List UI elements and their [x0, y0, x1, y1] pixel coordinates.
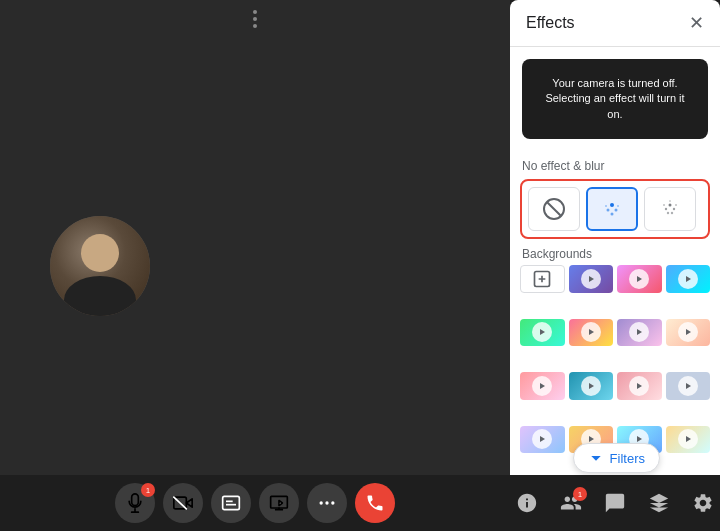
camera-off-message: Your camera is turned off. Selecting an … [522, 76, 708, 122]
people-badge: 1 [573, 487, 587, 501]
bg-thumb-1[interactable] [569, 265, 614, 293]
main-video-area [0, 0, 510, 531]
chat-button[interactable] [599, 487, 631, 519]
svg-marker-34 [589, 329, 594, 335]
bg-thumb-10[interactable] [617, 372, 662, 400]
info-button[interactable] [511, 487, 543, 519]
bottom-toolbar: 1 [0, 475, 510, 531]
svg-point-18 [617, 205, 619, 207]
svg-marker-36 [686, 329, 691, 335]
svg-marker-42 [589, 436, 594, 442]
people-button[interactable]: 1 [555, 487, 587, 519]
svg-point-9 [325, 501, 328, 504]
slight-blur-option[interactable] [586, 187, 638, 231]
svg-point-10 [331, 501, 334, 504]
no-effect-blur-label: No effect & blur [510, 151, 720, 179]
bottom-right-icons: 1 [510, 475, 720, 531]
camera-button[interactable] [163, 483, 203, 523]
svg-marker-41 [540, 436, 545, 442]
no-effect-option[interactable] [528, 187, 580, 231]
svg-point-14 [607, 209, 610, 212]
svg-marker-38 [589, 383, 594, 389]
more-options-dots[interactable] [253, 10, 257, 28]
svg-marker-35 [637, 329, 642, 335]
no-effect-blur-section [520, 179, 710, 239]
effect-options [528, 187, 702, 231]
filters-label: Filters [610, 451, 645, 466]
effects-header: Effects ✕ [510, 0, 720, 47]
svg-point-13 [610, 203, 614, 207]
bg-thumb-15[interactable] [666, 426, 711, 454]
bg-thumb-6[interactable] [617, 319, 662, 347]
participant-avatar [50, 216, 150, 316]
svg-point-20 [665, 208, 667, 210]
bg-thumb-9[interactable] [569, 372, 614, 400]
svg-point-23 [671, 212, 673, 214]
svg-point-19 [669, 204, 672, 207]
svg-marker-30 [589, 276, 594, 282]
svg-marker-44 [686, 436, 691, 442]
mic-badge: 1 [141, 483, 155, 497]
effects-panel: Effects ✕ Your camera is turned off. Sel… [510, 0, 720, 475]
present-button[interactable] [259, 483, 299, 523]
bg-thumb-3[interactable] [666, 265, 711, 293]
backgrounds-label: Backgrounds [510, 239, 720, 265]
svg-point-8 [320, 501, 323, 504]
bg-thumb-11[interactable] [666, 372, 711, 400]
svg-marker-43 [637, 436, 642, 442]
svg-point-17 [605, 205, 607, 207]
svg-point-25 [675, 204, 677, 206]
svg-point-15 [615, 209, 618, 212]
captions-button[interactable] [211, 483, 251, 523]
svg-marker-39 [637, 383, 642, 389]
more-button[interactable] [307, 483, 347, 523]
svg-marker-40 [686, 383, 691, 389]
close-button[interactable]: ✕ [689, 12, 704, 34]
svg-line-3 [174, 497, 187, 509]
bg-thumb-8[interactable] [520, 372, 565, 400]
settings-button[interactable] [687, 487, 719, 519]
effects-title: Effects [526, 14, 575, 32]
svg-marker-33 [540, 329, 545, 335]
filters-button[interactable]: Filters [573, 443, 660, 473]
blur-option[interactable] [644, 187, 696, 231]
svg-point-26 [669, 200, 671, 202]
svg-point-22 [667, 212, 669, 214]
bg-thumb-12[interactable] [520, 426, 565, 454]
camera-preview: Your camera is turned off. Selecting an … [522, 59, 708, 139]
mic-button[interactable]: 1 [115, 483, 155, 523]
activities-button[interactable] [643, 487, 675, 519]
svg-point-24 [663, 204, 665, 206]
bg-thumb-7[interactable] [666, 319, 711, 347]
svg-rect-4 [223, 496, 240, 509]
bg-thumb-5[interactable] [569, 319, 614, 347]
svg-point-21 [673, 208, 675, 210]
svg-marker-31 [637, 276, 642, 282]
upload-background-button[interactable] [520, 265, 565, 293]
bg-thumb-2[interactable] [617, 265, 662, 293]
svg-marker-32 [686, 276, 691, 282]
svg-point-16 [611, 213, 614, 216]
svg-marker-37 [540, 383, 545, 389]
bg-thumb-4[interactable] [520, 319, 565, 347]
svg-line-12 [547, 202, 561, 216]
end-call-button[interactable] [355, 483, 395, 523]
